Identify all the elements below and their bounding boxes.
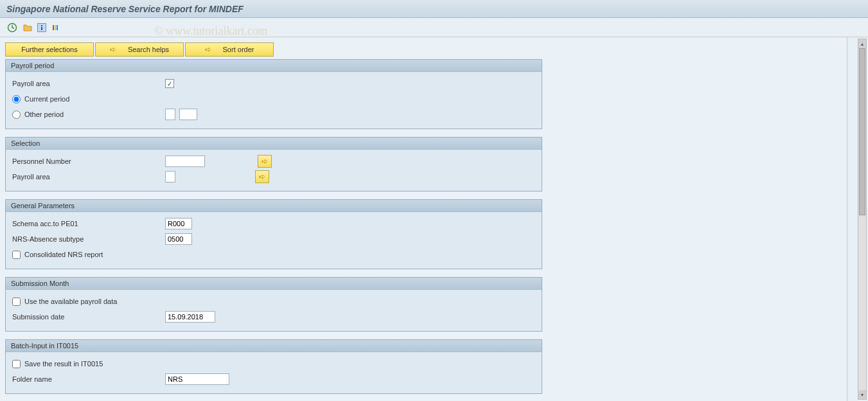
schema-label: Schema acc.to PE01 xyxy=(12,220,161,227)
right-gutter: ▴ ▾ xyxy=(847,37,868,401)
submission-month-panel: Submission Month Use the available payro… xyxy=(5,277,542,332)
svg-rect-4 xyxy=(55,25,56,30)
button-label: Sort order xyxy=(223,46,254,53)
nrs-absence-subtype-field[interactable] xyxy=(165,233,192,245)
use-available-payroll-checkbox[interactable]: Use the available payroll data xyxy=(12,298,117,306)
save-result-checkbox-input[interactable] xyxy=(12,360,21,368)
submission-date-field[interactable] xyxy=(165,311,215,323)
personnel-number-multi-select-button[interactable]: ➪ xyxy=(258,155,272,168)
radio-label: Current period xyxy=(24,95,69,103)
arrow-right-icon: ➪ xyxy=(261,157,268,166)
panel-header: Payroll period xyxy=(6,60,542,72)
payroll-period-panel: Payroll period Payroll area ✓ Current pe… xyxy=(5,59,542,129)
execute-icon[interactable] xyxy=(6,22,18,33)
menu-icon[interactable] xyxy=(50,22,62,33)
selection-payroll-area-label: Payroll area xyxy=(12,173,161,181)
checkbox-label: Consolidated NRS report xyxy=(24,251,103,258)
folder-name-label: Folder name xyxy=(12,375,161,383)
folder-name-field[interactable] xyxy=(165,373,229,385)
radio-label: Other period xyxy=(24,111,64,118)
checkbox-label: Use the available payroll data xyxy=(24,298,117,305)
svg-rect-2 xyxy=(41,27,42,30)
panel-header: Batch-Input in IT0015 xyxy=(6,340,542,352)
toolbar xyxy=(0,18,868,37)
personnel-number-field[interactable] xyxy=(165,156,205,167)
svg-rect-1 xyxy=(41,25,42,26)
sort-order-button[interactable]: ➪ Sort order xyxy=(185,42,274,57)
svg-rect-5 xyxy=(57,25,58,30)
form-area: Further selections ➪ Search helps ➪ Sort… xyxy=(0,37,847,401)
action-buttons: Further selections ➪ Search helps ➪ Sort… xyxy=(5,42,842,57)
schema-field[interactable] xyxy=(165,218,192,229)
scroll-thumb[interactable] xyxy=(859,48,865,215)
further-selections-button[interactable]: Further selections xyxy=(5,42,94,57)
scroll-up-icon[interactable]: ▴ xyxy=(858,39,866,48)
other-period-field-1[interactable] xyxy=(165,109,175,120)
other-period-input[interactable] xyxy=(12,111,21,119)
search-helps-button[interactable]: ➪ Search helps xyxy=(95,42,184,57)
panel-header: Selection xyxy=(6,138,542,150)
use-available-checkbox-input[interactable] xyxy=(12,298,21,306)
personnel-number-label: Personnel Number xyxy=(12,157,161,165)
arrow-right-icon: ➪ xyxy=(259,172,265,181)
selection-panel: Selection Personnel Number ➪ Payroll are… xyxy=(5,137,542,192)
general-parameters-panel: General Parameters Schema acc.to PE01 NR… xyxy=(5,199,542,269)
consolidated-checkbox-input[interactable] xyxy=(12,251,21,259)
current-period-radio[interactable]: Current period xyxy=(12,95,69,103)
button-label: Search helps xyxy=(128,46,169,53)
title-bar: Singapore National Reserve Service Repor… xyxy=(0,0,868,18)
arrow-right-icon: ➪ xyxy=(110,45,116,54)
payroll-area-checkbox[interactable]: ✓ xyxy=(165,79,174,88)
checkbox-label: Save the result in IT0015 xyxy=(24,360,103,368)
get-variant-icon[interactable] xyxy=(22,22,33,33)
batch-input-panel: Batch-Input in IT0015 Save the result in… xyxy=(5,339,542,394)
arrow-right-icon: ➪ xyxy=(205,45,211,54)
panel-header: General Parameters xyxy=(6,200,542,212)
panel-header: Submission Month xyxy=(6,278,542,290)
consolidated-nrs-report-checkbox[interactable]: Consolidated NRS report xyxy=(12,251,103,259)
svg-rect-3 xyxy=(53,25,54,30)
nrs-absence-subtype-label: NRS-Absence subtype xyxy=(12,235,161,243)
scroll-down-icon[interactable]: ▾ xyxy=(858,390,866,399)
other-period-radio[interactable]: Other period xyxy=(12,111,161,119)
other-period-field-2[interactable] xyxy=(179,109,197,120)
page-title: Singapore National Reserve Service Repor… xyxy=(6,4,244,14)
selection-payroll-area-field[interactable] xyxy=(165,171,175,183)
save-result-checkbox[interactable]: Save the result in IT0015 xyxy=(12,360,103,368)
submission-date-label: Submission date xyxy=(12,313,161,321)
button-label: Further selections xyxy=(21,46,77,53)
payroll-area-label: Payroll area xyxy=(12,80,161,87)
current-period-input[interactable] xyxy=(12,95,21,103)
info-icon[interactable] xyxy=(37,23,46,32)
vertical-scrollbar[interactable]: ▴ ▾ xyxy=(858,39,867,400)
payroll-area-multi-select-button[interactable]: ➪ xyxy=(255,170,269,183)
content-wrapper: Further selections ➪ Search helps ➪ Sort… xyxy=(0,37,868,401)
